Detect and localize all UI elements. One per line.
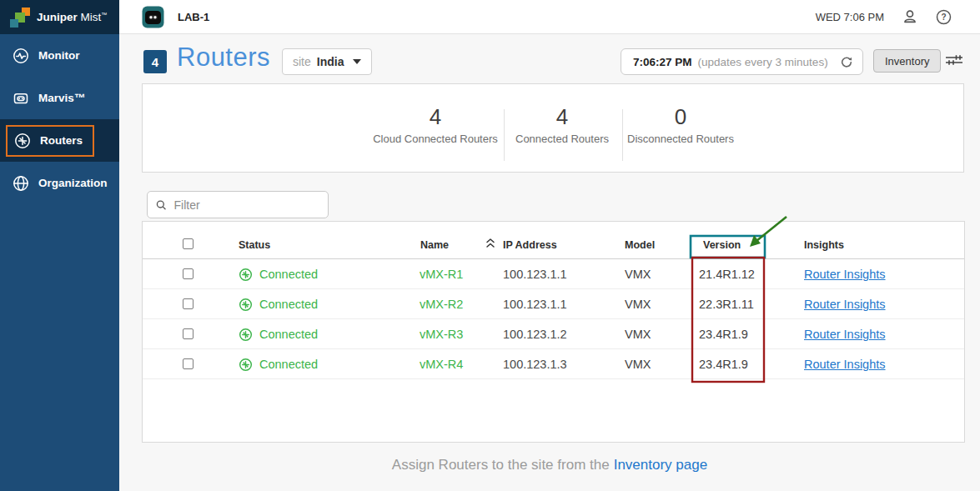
clock: WED 7:06 PM [816, 11, 884, 23]
sidebar-item-monitor[interactable]: Monitor [0, 34, 119, 77]
name-cell: vMX-R3 [420, 319, 463, 349]
help-icon[interactable]: ? [936, 9, 952, 25]
router-insights-link[interactable]: Router Insights [804, 328, 886, 341]
column-header-name[interactable]: Name [420, 239, 449, 251]
brand-name: Juniper Mist™ [37, 11, 107, 23]
status-text: Connected [259, 319, 318, 349]
version-cell: 22.3R1.11 [699, 289, 754, 319]
sidebar-item-label: Monitor [38, 49, 80, 62]
caret-down-icon [353, 59, 361, 64]
sidebar: Juniper Mist™ Monitor Marvis™ Routers Or… [0, 0, 119, 491]
connected-status-icon [239, 268, 253, 282]
stat-label: Connected Routers [515, 133, 609, 145]
row-checkbox[interactable] [183, 328, 193, 339]
column-header-insights[interactable]: Insights [804, 239, 844, 251]
column-header-model[interactable]: Model [625, 239, 655, 251]
sidebar-item-label: Marvis™ [38, 92, 85, 104]
stat-label: Cloud Connected Routers [373, 133, 498, 145]
table-row: Connected vMX-R3 100.123.1.2 VMX 23.4R1.… [143, 319, 964, 349]
ip-cell: 100.123.1.2 [503, 319, 567, 349]
site-value: India [317, 55, 344, 68]
model-cell: VMX [625, 289, 651, 319]
insights-cell: Router Insights [804, 319, 886, 349]
select-all-checkbox[interactable] [183, 238, 193, 249]
stat-value: 4 [373, 104, 498, 130]
org-selector[interactable]: LAB-1 [142, 6, 209, 28]
sidebar-item-label: Organization [38, 177, 108, 189]
account-icon[interactable] [902, 9, 917, 24]
routers-table: Status Name IP Address Model Version Ins… [142, 221, 965, 443]
marvis-robot-icon [13, 90, 29, 107]
filter-input-wrap [147, 191, 329, 218]
version-cell: 21.4R1.12 [699, 259, 755, 289]
refresh-note: (updates every 3 minutes) [698, 56, 828, 68]
page-header: 4 Routers site India 7:06:27 PM (updates… [119, 34, 980, 83]
model-cell: VMX [625, 319, 651, 349]
sidebar-item-organization[interactable]: Organization [0, 162, 119, 204]
stat-label: Disconnected Routers [627, 133, 734, 145]
site-selector[interactable]: site India [282, 48, 372, 75]
column-header-ip[interactable]: IP Address [503, 239, 557, 251]
status-text: Connected [259, 289, 318, 319]
assign-hint-text: Assign Routers to the site from the [392, 457, 610, 473]
connected-status-icon [239, 358, 253, 372]
ip-cell: 100.123.1.3 [503, 349, 567, 379]
app-window: Juniper Mist™ Monitor Marvis™ Routers Or… [0, 0, 980, 491]
router-name-link[interactable]: vMX-R4 [420, 358, 463, 371]
table-row: Connected vMX-R1 100.123.1.1 VMX 21.4R1.… [143, 259, 964, 289]
name-cell: vMX-R4 [420, 349, 463, 379]
inventory-button[interactable]: Inventory [873, 49, 941, 73]
router-name-link[interactable]: vMX-R2 [420, 298, 463, 311]
insights-cell: Router Insights [804, 259, 886, 289]
main-content: 4 Routers site India 7:06:27 PM (updates… [119, 34, 980, 491]
sort-ascending-icon[interactable] [485, 237, 495, 252]
row-checkbox[interactable] [183, 358, 193, 369]
version-cell: 23.4R1.9 [699, 319, 748, 349]
refresh-icon[interactable] [840, 56, 852, 68]
stat-value: 0 [627, 104, 734, 130]
router-junction-icon [14, 133, 31, 149]
connected-status-icon [239, 298, 253, 312]
marvis-org-icon [142, 6, 164, 28]
filter-input[interactable] [173, 198, 319, 212]
stat-divider [622, 109, 623, 161]
status-cell: Connected [239, 259, 318, 289]
table-row: Connected vMX-R2 100.123.1.1 VMX 22.3R1.… [143, 289, 964, 319]
svg-text:?: ? [941, 13, 946, 22]
router-insights-link[interactable]: Router Insights [804, 268, 886, 281]
stat-connected[interactable]: 4 Connected Routers [515, 104, 609, 145]
column-header-version[interactable]: Version [703, 239, 741, 251]
sidebar-item-routers[interactable]: Routers [0, 119, 119, 162]
inventory-page-link[interactable]: Inventory page [614, 457, 707, 473]
model-cell: VMX [625, 259, 651, 289]
stat-disconnected[interactable]: 0 Disconnected Routers [627, 104, 734, 145]
row-checkbox[interactable] [183, 298, 193, 309]
sidebar-item-label: Routers [40, 134, 83, 147]
status-text: Connected [259, 349, 318, 379]
brand-logo: Juniper Mist™ [0, 0, 119, 34]
stat-cloud-connected[interactable]: 4 Cloud Connected Routers [373, 104, 498, 145]
sidebar-item-marvis[interactable]: Marvis™ [0, 77, 119, 119]
topbar: LAB-1 WED 7:06 PM ? [119, 0, 980, 34]
ip-cell: 100.123.1.1 [503, 289, 567, 319]
table-body: Connected vMX-R1 100.123.1.1 VMX 21.4R1.… [143, 259, 964, 379]
name-cell: vMX-R1 [420, 259, 463, 289]
routers-active-highlight: Routers [6, 125, 94, 157]
router-insights-link[interactable]: Router Insights [804, 298, 886, 311]
router-insights-link[interactable]: Router Insights [804, 358, 886, 371]
router-name-link[interactable]: vMX-R1 [420, 268, 463, 281]
globe-icon [13, 175, 29, 192]
column-header-status[interactable]: Status [239, 239, 270, 251]
site-label: site [293, 55, 311, 68]
sidebar-nav: Monitor Marvis™ Routers Organization [0, 34, 119, 204]
status-cell: Connected [239, 289, 318, 319]
status-cell: Connected [239, 319, 318, 349]
search-icon [156, 199, 166, 211]
refresh-time: 7:06:27 PM [633, 56, 692, 68]
stat-value: 4 [515, 104, 609, 130]
insights-cell: Router Insights [804, 349, 886, 379]
assign-hint: Assign Routers to the site from theInven… [119, 457, 980, 473]
router-name-link[interactable]: vMX-R3 [420, 328, 463, 341]
table-settings-icon[interactable] [945, 54, 963, 69]
row-checkbox[interactable] [183, 268, 193, 279]
